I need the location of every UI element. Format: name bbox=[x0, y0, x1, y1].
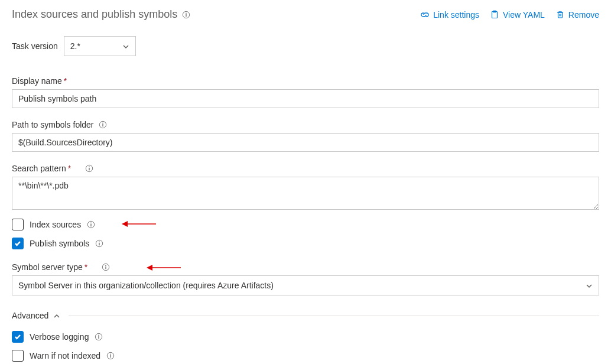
required-mark: * bbox=[84, 262, 87, 272]
svg-point-20 bbox=[105, 265, 106, 266]
clipboard-icon bbox=[490, 10, 499, 20]
display-name-label: Display name* bbox=[12, 76, 67, 86]
info-icon[interactable] bbox=[182, 11, 190, 19]
svg-rect-8 bbox=[102, 124, 103, 126]
trash-icon bbox=[555, 10, 565, 20]
warn-not-indexed-label: Warn if not indexed bbox=[30, 351, 100, 360]
server-type-value: Symbol Server in this organization/colle… bbox=[18, 281, 274, 290]
annotation-arrow bbox=[122, 220, 157, 228]
task-version-label: Task version bbox=[12, 41, 58, 51]
svg-rect-14 bbox=[91, 224, 92, 226]
verbose-logging-checkbox[interactable] bbox=[12, 331, 24, 343]
link-settings-button[interactable]: Link settings bbox=[420, 10, 479, 20]
display-name-input[interactable] bbox=[12, 89, 599, 108]
publish-symbols-checkbox[interactable] bbox=[12, 238, 24, 249]
task-version-select[interactable]: 2.* bbox=[64, 36, 136, 56]
svg-point-24 bbox=[99, 335, 100, 336]
search-pattern-input[interactable] bbox=[12, 177, 599, 210]
symbols-path-label: Path to symbols folder bbox=[12, 120, 94, 129]
view-yaml-label: View YAML bbox=[503, 10, 545, 20]
page-title: Index sources and publish symbols bbox=[12, 8, 177, 21]
divider bbox=[69, 316, 599, 316]
search-pattern-label: Search pattern* bbox=[12, 164, 71, 173]
info-icon[interactable] bbox=[102, 263, 110, 271]
annotation-arrow bbox=[147, 264, 182, 272]
svg-rect-5 bbox=[558, 12, 562, 18]
remove-button[interactable]: Remove bbox=[555, 10, 599, 20]
chevron-up-icon bbox=[53, 312, 60, 319]
chevron-down-icon bbox=[586, 282, 593, 289]
svg-rect-18 bbox=[99, 243, 100, 245]
svg-rect-25 bbox=[99, 336, 99, 339]
svg-point-1 bbox=[186, 12, 187, 14]
required-mark: * bbox=[68, 164, 71, 173]
link-icon bbox=[420, 10, 430, 20]
warn-not-indexed-checkbox[interactable] bbox=[12, 350, 24, 362]
publish-symbols-label: Publish symbols bbox=[30, 239, 89, 248]
server-type-select[interactable]: Symbol Server in this organization/colle… bbox=[12, 275, 599, 295]
svg-point-27 bbox=[110, 354, 111, 355]
verbose-logging-label: Verbose logging bbox=[30, 332, 89, 342]
advanced-title: Advanced bbox=[12, 311, 48, 320]
info-icon[interactable] bbox=[95, 239, 103, 248]
index-sources-label: Index sources bbox=[30, 220, 81, 229]
info-icon[interactable] bbox=[87, 220, 95, 229]
remove-label: Remove bbox=[568, 10, 599, 20]
svg-point-7 bbox=[102, 123, 103, 124]
svg-rect-2 bbox=[186, 14, 187, 16]
info-icon[interactable] bbox=[85, 164, 93, 173]
index-sources-checkbox[interactable] bbox=[12, 219, 24, 230]
info-icon[interactable] bbox=[95, 333, 103, 341]
svg-point-17 bbox=[99, 242, 100, 243]
symbols-path-input[interactable] bbox=[12, 133, 599, 152]
link-settings-label: Link settings bbox=[433, 10, 479, 20]
server-type-label: Symbol server type* bbox=[12, 262, 87, 272]
advanced-section-header[interactable]: Advanced bbox=[12, 311, 599, 320]
task-version-value: 2.* bbox=[70, 41, 80, 51]
required-mark: * bbox=[64, 76, 67, 86]
info-icon[interactable] bbox=[99, 121, 107, 129]
chevron-down-icon bbox=[122, 43, 129, 50]
info-icon[interactable] bbox=[106, 352, 115, 360]
svg-point-13 bbox=[90, 223, 92, 224]
svg-rect-28 bbox=[110, 355, 110, 358]
svg-rect-11 bbox=[89, 168, 90, 170]
svg-point-10 bbox=[89, 167, 90, 168]
svg-rect-21 bbox=[106, 266, 106, 269]
view-yaml-button[interactable]: View YAML bbox=[490, 10, 545, 20]
